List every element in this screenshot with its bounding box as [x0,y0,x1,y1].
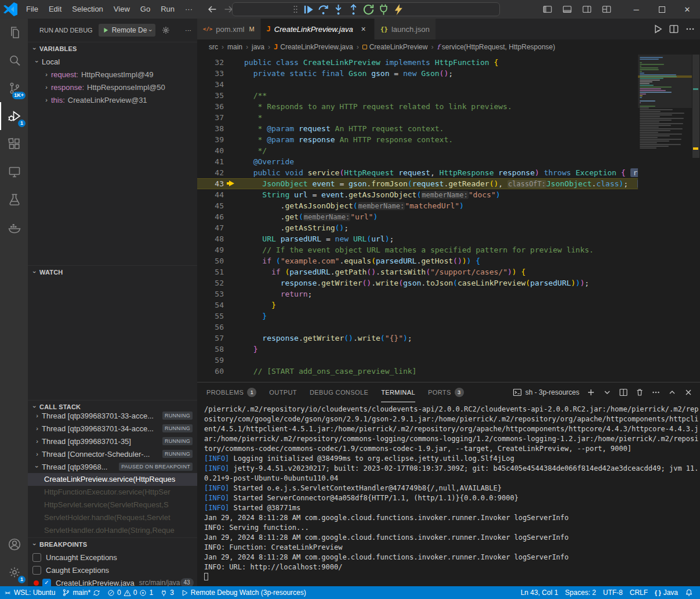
panel-tab-ports[interactable]: PORTS3 [428,383,464,402]
step-into-icon[interactable] [332,3,345,16]
panel-tab-terminal[interactable]: TERMINAL [381,383,415,402]
code-line[interactable]: 44 String url = event.getAsJsonObject(me… [197,189,638,200]
callstack-thread[interactable]: ›Thread [qtp39968...PAUSED ON BREAKPOINT [28,460,197,473]
callstack-frame[interactable]: ServletHandler.doHandle(String,Reque [28,524,197,537]
callstack-frame[interactable]: HttpFunctionExecutor.service(HttpSer [28,486,197,499]
callstack-frame[interactable]: CreateLinkPreview.service(HttpReques [28,473,197,486]
line-number[interactable]: 52 [197,277,224,288]
menu-file[interactable]: File [21,0,43,19]
code-line[interactable]: 46 .get(memberName:"url") [197,211,638,222]
line-number[interactable]: 33 [197,68,224,79]
code-line[interactable]: 32public class CreateLinkPreview impleme… [197,57,638,68]
checkbox[interactable] [32,553,41,562]
code-line[interactable]: 58 } [197,344,638,355]
activity-item-remote-explorer-icon[interactable] [0,158,28,186]
line-number[interactable]: 50 [197,255,224,266]
split-terminal-icon[interactable] [619,388,628,397]
code-line[interactable]: 34 [197,79,638,90]
activity-item-docker-icon[interactable] [0,214,28,241]
line-number[interactable]: 32 [197,57,224,68]
activity-item-search-icon[interactable] [0,46,28,74]
callstack-thread[interactable]: ›Thread [Connector-Scheduler-...RUNNING [28,448,197,460]
breadcrumb-item[interactable]: src [209,43,218,51]
breakpoint-row[interactable]: ✓CreateLinkPreview.javasrc/main/java43 [28,576,197,586]
maximize-panel-icon[interactable] [668,388,677,397]
scrollbar[interactable] [692,55,700,382]
code-line[interactable]: 42 public void service(HttpRequest reque… [197,167,638,178]
breadcrumb-item[interactable]: fservice(HttpRequest, HttpResponse) [437,43,555,51]
callstack-thread[interactable]: ›Thread [qtp399683701-33-acce...RUNNING [28,409,197,422]
line-number[interactable]: 42 [197,167,224,178]
line-number[interactable]: 37 [197,112,224,123]
line-number[interactable]: 38 [197,123,224,134]
notifications-bell[interactable] [681,586,697,599]
line-number[interactable]: 55 [197,311,224,322]
activity-item-testing-icon[interactable] [0,186,28,214]
eol[interactable]: CRLF [626,586,651,599]
line-number[interactable]: 43 [197,178,224,189]
problems-summary[interactable]: 001 [104,586,157,599]
variables-scope-row[interactable]: ›Local [28,55,197,68]
callstack-frame[interactable]: HttpServlet.service(ServletRequest,S [28,499,197,511]
minimap[interactable] [638,55,692,382]
indentation[interactable]: Spaces: 2 [561,586,599,599]
code-line[interactable]: 55 } [197,311,638,322]
git-branch[interactable]: main* [59,586,104,599]
menu-go[interactable]: Go [135,0,155,19]
dropdown-chevron-icon[interactable] [603,388,612,397]
debug-config-dropdown[interactable]: Remote De › [99,24,155,37]
code-line[interactable]: 43 JsonObject event = gson.fromJson(requ… [197,178,638,189]
line-number[interactable]: 41 [197,156,224,167]
code-line[interactable]: 54 } [197,300,638,311]
line-number[interactable]: 56 [197,322,224,333]
panel-tab-output[interactable]: OUTPUT [269,383,297,402]
code-line[interactable]: 45 .getAsJsonObject(memberName:"matchedU… [197,200,638,211]
line-number[interactable]: 54 [197,300,224,311]
code-line[interactable]: 39 * @param response An HTTP response co… [197,134,638,145]
code-line[interactable]: 50 if ("example.com".equals(parsedURL.ge… [197,255,638,266]
minimize-button[interactable]: ─ [623,0,649,19]
line-number[interactable]: 34 [197,79,224,90]
code-line[interactable]: 51 if (parsedURL.getPath().startsWith("/… [197,266,638,277]
panel-tab-problems[interactable]: PROBLEMS1 [206,383,256,402]
breadcrumb-item[interactable]: main [227,43,242,51]
debug-status[interactable]: Remote Debug Watch (3p-resources) [177,586,310,599]
line-number[interactable]: 47 [197,222,224,233]
line-number[interactable]: 60 [197,366,224,377]
language-mode[interactable]: { }Java [651,586,681,599]
checkbox[interactable]: ✓ [42,579,51,587]
activity-item-source-control-icon[interactable]: 1K+ [0,74,28,102]
more-actions-icon[interactable]: ··· [185,27,191,34]
line-number[interactable]: 39 [197,134,224,145]
variable-row[interactable]: ›response:HttpResponseImpl@50 [28,81,197,93]
breakpoint-row[interactable]: Caught Exceptions [28,564,197,576]
activity-item-account-icon[interactable] [0,531,28,558]
breakpoints-header[interactable]: › BREAKPOINTS [28,538,197,551]
tab-createlinkpreview-java[interactable]: JCreateLinkPreview.java× [261,19,375,39]
callstack-thread[interactable]: ›Thread [qtp399683701-35]RUNNING [28,435,197,448]
breadcrumb-item[interactable]: JCreateLinkPreview.java [274,43,353,51]
activity-item-explorer-icon[interactable] [0,19,28,46]
terminal-select[interactable]: sh - 3p-resources [513,388,579,397]
more-actions-icon[interactable] [685,24,695,34]
line-number[interactable]: 49 [197,244,224,255]
code-line[interactable]: 47 .getAsString(); [197,222,638,233]
menu----[interactable]: ··· [180,0,198,19]
tab-pom-xml[interactable]: </>pom.xmlM [197,19,261,39]
encoding[interactable]: UTF-8 [600,586,626,599]
menu-view[interactable]: View [108,0,135,19]
nav-back-icon[interactable] [206,3,219,16]
code-line[interactable]: 59 [197,355,638,366]
more-actions-icon[interactable] [651,388,661,397]
line-number[interactable]: 48 [197,233,224,244]
command-center[interactable] [232,2,500,16]
variable-row[interactable]: ›request:HttpRequestImpl@49 [28,68,197,81]
line-number[interactable]: 35 [197,90,224,101]
code-line[interactable]: 56 [197,322,638,333]
code-line[interactable]: 48 URL parsedURL = new URL(url); [197,233,638,244]
code-line[interactable]: 41 @Override [197,156,638,167]
checkbox[interactable] [32,566,41,575]
cursor-position[interactable]: Ln 43, Col 1 [517,586,562,599]
new-terminal-icon[interactable] [586,388,596,397]
restart-icon[interactable] [362,3,375,16]
